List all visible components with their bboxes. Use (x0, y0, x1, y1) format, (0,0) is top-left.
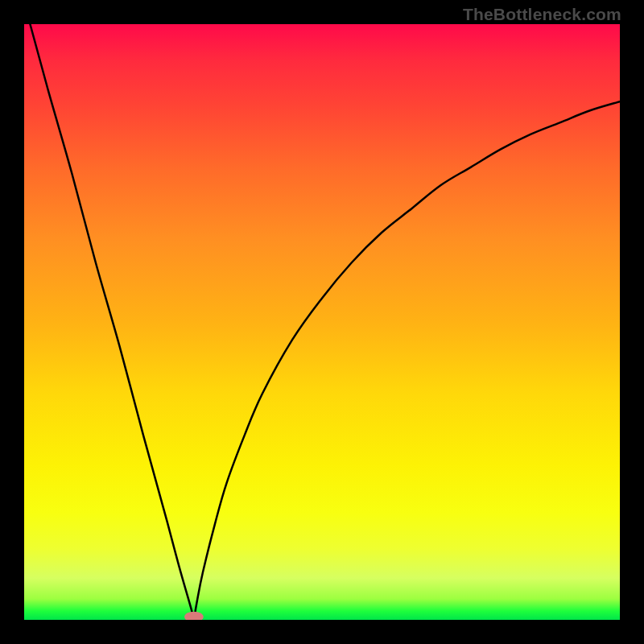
bottleneck-curve (30, 24, 620, 620)
plot-area (24, 24, 620, 620)
brand-watermark: TheBottleneck.com (463, 5, 621, 24)
curve-left-branch (30, 24, 194, 620)
curve-layer (24, 24, 620, 620)
cusp-marker (184, 612, 204, 620)
curve-right-branch (194, 101, 620, 620)
chart-frame: TheBottleneck.com (0, 0, 644, 644)
